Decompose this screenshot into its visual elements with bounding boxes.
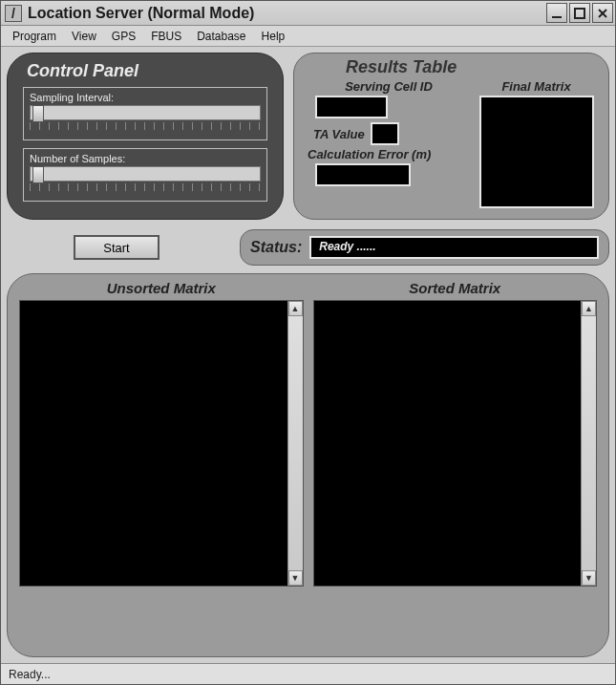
client-area: Control Panel Sampling Interval: Number … [1, 47, 615, 663]
unsorted-matrix-box: ▲ ▼ [19, 300, 304, 587]
svg-rect-0 [552, 16, 562, 18]
calc-error-label: Calculation Error (m) [308, 147, 470, 161]
menu-database[interactable]: Database [189, 28, 253, 45]
sorted-scrollbar[interactable]: ▲ ▼ [581, 301, 596, 586]
sampling-interval-thumb[interactable] [32, 105, 44, 122]
ta-value [371, 122, 399, 145]
titlebar: / Location Server (Normal Mode) [1, 1, 615, 26]
app-icon: / [5, 5, 22, 22]
maximize-button[interactable] [569, 3, 590, 23]
menu-gps[interactable]: GPS [104, 28, 143, 45]
sampling-interval-group: Sampling Interval: [23, 87, 267, 140]
svg-rect-1 [575, 9, 584, 18]
top-row: Control Panel Sampling Interval: Number … [7, 53, 609, 220]
sampling-interval-label: Sampling Interval: [30, 92, 261, 103]
sorted-matrix-box: ▲ ▼ [313, 300, 598, 587]
control-panel-title: Control Panel [27, 61, 267, 81]
final-matrix-box [479, 96, 594, 208]
sampling-interval-ticks [30, 122, 261, 130]
sorted-matrix-col: Sorted Matrix ▲ ▼ [313, 280, 598, 645]
menu-help[interactable]: Help [254, 28, 293, 45]
sampling-interval-slider[interactable] [30, 105, 261, 120]
bottom-panel: Unsorted Matrix ▲ ▼ Sorted Matrix ▲ ▼ [7, 273, 609, 657]
sorted-matrix-content[interactable] [314, 301, 582, 586]
menu-fbus[interactable]: FBUS [143, 28, 189, 45]
start-button[interactable]: Start [74, 235, 159, 260]
scroll-up-icon[interactable]: ▲ [582, 301, 596, 316]
samples-ticks [30, 183, 261, 191]
start-area: Start [7, 235, 226, 260]
control-panel: Control Panel Sampling Interval: Number … [7, 53, 284, 220]
samples-label: Number of Samples: [30, 153, 261, 164]
window-title: Location Server (Normal Mode) [28, 5, 544, 22]
statusbar: Ready... [1, 663, 615, 684]
serving-cell-label: Serving Cell ID [308, 79, 470, 94]
scroll-up-icon[interactable]: ▲ [288, 301, 303, 316]
results-left: Serving Cell ID TA Value Calculation Err… [308, 79, 470, 208]
close-button[interactable] [592, 3, 613, 23]
calc-error-value [315, 163, 411, 186]
mid-row: Start Status: Ready ...... [7, 229, 609, 266]
minimize-button[interactable] [546, 3, 567, 23]
menu-view[interactable]: View [64, 28, 104, 45]
sorted-matrix-title: Sorted Matrix [409, 280, 500, 296]
results-title: Results Table [346, 57, 595, 77]
app-window: / Location Server (Normal Mode) Program … [0, 0, 616, 685]
final-matrix-label: Final Matrix [501, 79, 570, 94]
menu-program[interactable]: Program [5, 28, 64, 45]
results-panel: Results Table Serving Cell ID TA Value C… [293, 53, 609, 220]
serving-cell-value [315, 96, 388, 118]
unsorted-matrix-title: Unsorted Matrix [107, 280, 216, 296]
samples-group: Number of Samples: [23, 148, 267, 202]
samples-slider[interactable] [30, 166, 261, 182]
status-value: Ready ...... [309, 236, 599, 259]
status-panel: Status: Ready ...... [240, 229, 609, 266]
scroll-down-icon[interactable]: ▼ [582, 570, 596, 586]
unsorted-scrollbar[interactable]: ▲ ▼ [287, 301, 303, 586]
ta-label: TA Value [313, 127, 365, 141]
statusbar-text: Ready... [9, 668, 51, 681]
unsorted-matrix-col: Unsorted Matrix ▲ ▼ [19, 280, 304, 645]
final-matrix-col: Final Matrix [478, 79, 595, 208]
scroll-down-icon[interactable]: ▼ [288, 570, 303, 586]
status-label: Status: [250, 239, 302, 256]
menubar: Program View GPS FBUS Database Help [1, 26, 615, 47]
unsorted-matrix-content[interactable] [20, 301, 287, 586]
samples-thumb[interactable] [32, 166, 44, 183]
